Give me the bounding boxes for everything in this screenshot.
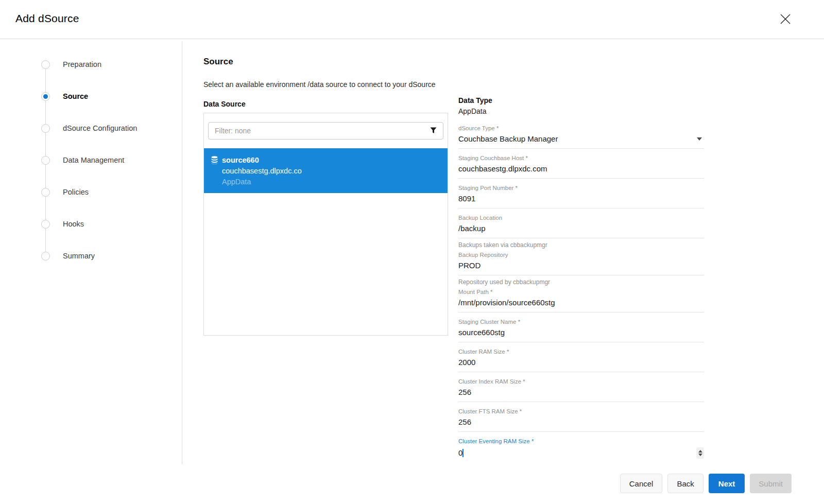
step-dot — [41, 188, 50, 197]
close-icon — [780, 13, 791, 25]
step-source[interactable]: Source — [41, 92, 88, 101]
field-staging-cluster-name: Staging Cluster Name *source660stg — [458, 319, 704, 342]
field-label: Backup Location — [458, 215, 704, 221]
field-input-cluster-index-ram-size[interactable]: 256 — [458, 385, 704, 402]
data-source-name: source660 — [222, 155, 302, 166]
close-button[interactable] — [779, 13, 792, 26]
next-button[interactable]: Next — [709, 474, 745, 493]
step-summary[interactable]: Summary — [41, 251, 95, 260]
step-label: Policies — [63, 188, 89, 196]
data-source-type: AppData — [222, 177, 302, 187]
dialog-title: Add dSource — [15, 12, 79, 25]
field-cluster-eventing-ram-size: Cluster Eventing RAM Size *0 — [458, 438, 704, 464]
step-label: Data Management — [63, 156, 124, 164]
data-source-item-texts: source660 couchbasestg.dlpxdc.co AppData — [222, 155, 302, 186]
content-divider — [182, 41, 182, 464]
data-source-item[interactable]: source660 couchbasestg.dlpxdc.co AppData — [204, 148, 448, 193]
stepper-up-icon[interactable] — [698, 450, 702, 453]
step-data-management[interactable]: Data Management — [41, 155, 124, 165]
data-source-host: couchbasestg.dlpxdc.co — [222, 166, 302, 177]
field-backup-location: Backup Location/backupBackups taken via … — [458, 215, 704, 249]
step-dot — [41, 220, 50, 229]
chevron-down-icon[interactable] — [697, 137, 702, 141]
field-cluster-ram-size: Cluster RAM Size *2000 — [458, 349, 704, 372]
form-fields: dSource Type *Couchbase Backup ManagerSt… — [458, 125, 704, 464]
field-value: 8091 — [458, 194, 704, 203]
step-subtitle: Select an available environment /data so… — [203, 80, 448, 89]
field-label: Cluster RAM Size * — [458, 349, 704, 355]
field-helper-text: Repository used by cbbackupmgr — [458, 279, 704, 286]
field-value: /mnt/provision/source660stg — [458, 298, 704, 307]
field-cluster-index-ram-size: Cluster Index RAM Size *256 — [458, 378, 704, 402]
step-dsource-configuration[interactable]: dSource Configuration — [41, 124, 137, 133]
data-type-value: AppData — [458, 107, 704, 115]
dialog-footer: Cancel Back Next Submit — [620, 474, 792, 493]
field-input-mount-path[interactable]: /mnt/provision/source660stg — [458, 296, 704, 312]
field-label: Staging Cluster Name * — [458, 319, 704, 325]
field-mount-path: Mount Path */mnt/provision/source660stg — [458, 289, 704, 312]
field-input-staging-port-number[interactable]: 8091 — [458, 192, 704, 208]
data-source-label: Data Source — [203, 100, 448, 108]
field-input-cluster-fts-ram-size[interactable]: 256 — [458, 415, 704, 432]
field-value: 2000 — [458, 358, 704, 367]
field-label: Staging Couchbase Host * — [458, 155, 704, 162]
source-step-panel: Source Select an available environment /… — [203, 57, 448, 336]
step-dot — [41, 156, 50, 165]
cancel-button[interactable]: Cancel — [620, 474, 663, 493]
field-value: /backup — [458, 224, 704, 233]
data-source-list: source660 couchbasestg.dlpxdc.co AppData — [203, 113, 448, 336]
filter-input[interactable] — [208, 122, 443, 140]
step-label: Hooks — [63, 220, 84, 228]
text-cursor — [462, 449, 464, 457]
field-value: PROD — [458, 261, 704, 270]
dialog-header: Add dSource — [0, 0, 824, 39]
step-label: Summary — [63, 252, 95, 260]
field-label: Cluster FTS RAM Size * — [458, 408, 704, 415]
step-hooks[interactable]: Hooks — [41, 219, 84, 229]
field-input-backup-repository[interactable]: PROD — [458, 258, 704, 275]
field-label: Cluster Index RAM Size * — [458, 378, 704, 385]
field-input-staging-cluster-name[interactable]: source660stg — [458, 325, 704, 342]
step-label: Source — [63, 92, 88, 100]
filter-field — [208, 122, 443, 140]
field-label: Mount Path * — [458, 289, 704, 296]
field-value: 256 — [458, 418, 704, 427]
database-icon — [211, 156, 218, 164]
field-value: 0 — [458, 448, 696, 458]
step-dot — [41, 60, 50, 69]
number-stepper[interactable] — [696, 447, 704, 459]
submit-button[interactable]: Submit — [750, 474, 792, 493]
field-input-backup-location[interactable]: /backup — [458, 221, 704, 238]
field-input-staging-couchbase-host[interactable]: couchbasestg.dlpxdc.com — [458, 162, 704, 179]
step-label: Preparation — [63, 60, 101, 68]
field-label: Cluster Eventing RAM Size * — [458, 438, 704, 445]
field-label: Staging Port Number * — [458, 185, 704, 192]
filter-icon[interactable] — [430, 127, 437, 134]
step-active-dot — [41, 92, 50, 101]
step-preparation[interactable]: Preparation — [41, 60, 101, 69]
field-staging-couchbase-host: Staging Couchbase Host *couchbasestg.dlp… — [458, 155, 704, 179]
field-input-dsource-type[interactable]: Couchbase Backup Manager — [458, 132, 704, 149]
field-value: source660stg — [458, 328, 704, 337]
field-dsource-type: dSource Type *Couchbase Backup Manager — [458, 125, 704, 149]
field-input-cluster-ram-size[interactable]: 2000 — [458, 355, 704, 372]
step-heading: Source — [203, 57, 448, 67]
field-helper-text: Backups taken via cbbackupmgr — [458, 241, 704, 249]
field-value: 256 — [458, 388, 704, 397]
data-type-label: Data Type — [458, 96, 704, 105]
step-dot — [41, 124, 50, 133]
field-input-cluster-eventing-ram-size[interactable]: 0 — [458, 445, 704, 464]
field-value: Couchbase Backup Manager — [458, 134, 697, 144]
stepper-down-icon[interactable] — [698, 454, 702, 456]
field-value: couchbasestg.dlpxdc.com — [458, 164, 704, 173]
wizard-stepper: PreparationSourcedSource ConfigurationDa… — [41, 60, 178, 262]
step-dot — [41, 252, 50, 260]
field-label: Backup Repository — [458, 252, 704, 258]
source-details-form: Data Type AppData dSource Type *Couchbas… — [458, 96, 704, 470]
back-button[interactable]: Back — [667, 474, 703, 493]
field-staging-port-number: Staging Port Number *8091 — [458, 185, 704, 208]
field-label: dSource Type * — [458, 125, 704, 132]
field-backup-repository: Backup RepositoryPRODRepository used by … — [458, 252, 704, 286]
step-policies[interactable]: Policies — [41, 187, 89, 197]
field-cluster-fts-ram-size: Cluster FTS RAM Size *256 — [458, 408, 704, 432]
